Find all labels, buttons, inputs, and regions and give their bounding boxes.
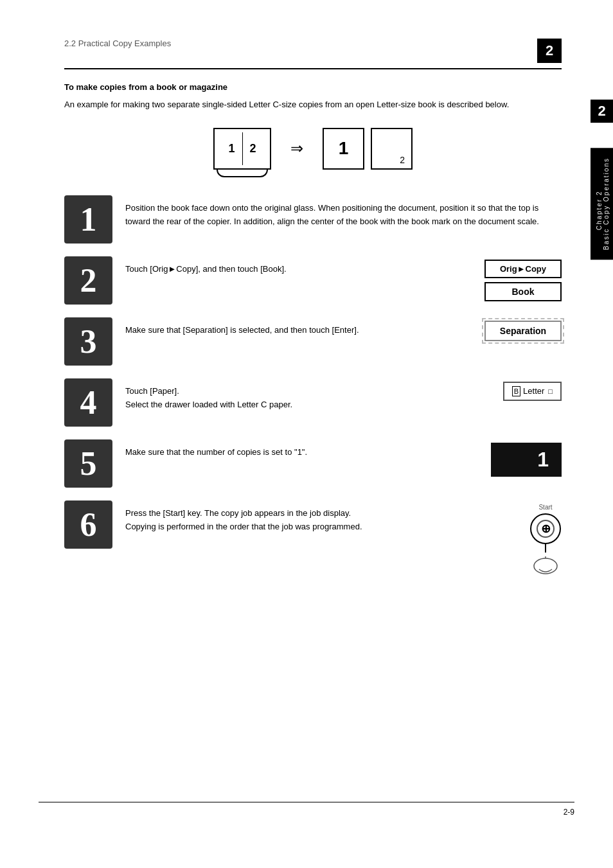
step-5-ui: 1 — [459, 439, 562, 477]
step-6-row: 6 Press the [Start] key. The copy job ap… — [64, 500, 562, 576]
chapter-number: 2 — [598, 103, 605, 119]
step-5-number: 5 — [64, 439, 112, 488]
result-pages: 1 2 — [323, 128, 413, 170]
book-pages: 1 2 — [215, 129, 270, 168]
start-button-area: Start ⊕ — [529, 504, 562, 576]
book-icon: 1 2 — [213, 128, 271, 170]
start-button[interactable]: ⊕ — [530, 513, 561, 544]
header-section: 2.2 Practical Copy Examples 2 — [64, 39, 562, 69]
step-2-row: 2 Touch [Orig►Copy], and then touch [Boo… — [64, 256, 562, 305]
book-page-2: 2 — [249, 142, 256, 155]
step-5-content: Make sure that the number of copies is s… — [125, 439, 446, 459]
step-2-number: 2 — [64, 256, 112, 305]
step-4-row: 4 Touch [Paper]. Select the drawer loade… — [64, 378, 562, 427]
orig-copy-button[interactable]: Orig►Copy — [484, 260, 562, 278]
step-2-ui: Orig►Copy Book — [459, 256, 562, 301]
step-1-number: 1 — [64, 195, 112, 244]
steps-container: 1 Position the book face down onto the o… — [64, 195, 562, 576]
checkbox-icon: □ — [548, 387, 553, 395]
copy-count-display: 1 — [491, 443, 562, 477]
footer: 2-9 — [39, 802, 574, 817]
section-intro: An example for making two separate singl… — [64, 98, 562, 112]
page-number: 2-9 — [564, 808, 574, 817]
result-page-1-num: 1 — [339, 139, 349, 157]
step-4-number: 4 — [64, 378, 112, 427]
step-2-content: Touch [Orig►Copy], and then touch [Book]… — [125, 256, 446, 276]
step-3-number: 3 — [64, 317, 112, 366]
page-container: 2 Chapter 2 Basic Copy Operations 2.2 Pr… — [0, 0, 613, 868]
step-1-row: 1 Position the book face down onto the o… — [64, 195, 562, 244]
sidebar-section-label: Basic Copy Operations — [603, 157, 610, 250]
book-page-1: 1 — [228, 142, 235, 155]
letter-text: Letter — [523, 386, 544, 396]
step-5-row: 5 Make sure that the number of copies is… — [64, 439, 562, 488]
phi-symbol: ⊕ — [541, 522, 551, 536]
step-6-number: 6 — [64, 500, 112, 549]
step-1-content: Position the book face down onto the ori… — [125, 195, 562, 229]
start-label: Start — [538, 504, 552, 511]
book-curve — [217, 170, 268, 177]
header-title: 2.2 Practical Copy Examples — [64, 39, 171, 48]
step-3-row: 3 Make sure that [Separation] is selecte… — [64, 317, 562, 366]
arrow-symbol: ⇒ — [290, 139, 303, 157]
book-source: 1 2 — [213, 128, 271, 170]
letter-button[interactable]: B Letter □ — [503, 382, 562, 401]
step-6-ui: Start ⊕ — [459, 500, 562, 576]
book-diagram: 1 2 ⇒ 1 2 — [64, 128, 562, 170]
step-3-content: Make sure that [Separation] is selected,… — [125, 317, 446, 337]
header-chapter-num: 2 — [537, 39, 562, 63]
result-page-2-num: 2 — [400, 155, 405, 165]
hand-icon — [529, 556, 562, 576]
chapter-num-box: 2 — [591, 100, 613, 123]
result-page-2: 2 — [371, 128, 413, 170]
book-button[interactable]: Book — [484, 282, 562, 301]
step-3-ui: Separation — [459, 317, 562, 341]
section-title: To make copies from a book or magazine — [64, 82, 562, 92]
separation-button[interactable]: Separation — [484, 321, 562, 341]
letter-icon: B — [512, 386, 520, 396]
chapter-label-vertical: Chapter 2 Basic Copy Operations — [591, 148, 613, 260]
step-4-ui: B Letter □ — [459, 378, 562, 401]
step-6-content: Press the [Start] key. The copy job appe… — [125, 500, 446, 534]
result-page-1: 1 — [323, 128, 364, 170]
start-inner: ⊕ — [537, 520, 555, 538]
step-4-content: Touch [Paper]. Select the drawer loaded … — [125, 378, 446, 412]
sidebar-chapter-label: Chapter 2 — [596, 170, 603, 250]
right-sidebar: 2 Chapter 2 Basic Copy Operations — [589, 0, 613, 868]
